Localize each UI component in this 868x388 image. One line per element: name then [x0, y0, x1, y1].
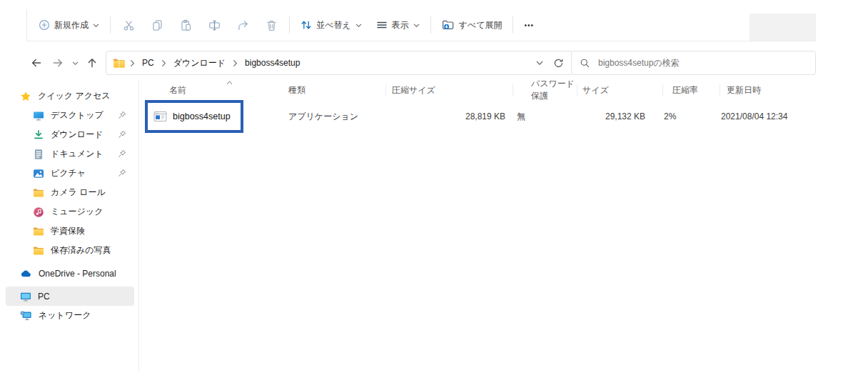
command-bar: 新規作成	[26, 9, 816, 41]
chevron-down-icon	[93, 23, 99, 28]
view-lines-icon	[376, 19, 388, 31]
column-header-row: 名前 種類 圧縮サイズ パスワード保護 サイズ 圧縮率 更新日時	[140, 80, 868, 100]
paste-icon	[180, 19, 192, 31]
selection-highlight-box[interactable]: bigboss4setup	[145, 100, 243, 133]
rename-button[interactable]	[200, 13, 228, 37]
extract-all-button[interactable]: すべて展開	[435, 13, 510, 37]
sidebar-item-pc[interactable]: PC	[6, 287, 134, 306]
share-icon	[237, 19, 249, 31]
sidebar-item-desktop[interactable]: デスクトップ	[6, 106, 134, 125]
view-button-label: 表示	[392, 19, 409, 31]
column-header-ratio[interactable]: 圧縮率	[662, 80, 720, 100]
address-bar[interactable]: PC ダウンロード bigboss4setup	[106, 51, 573, 75]
sidebar-item-label: クイック アクセス	[38, 90, 111, 102]
sidebar-item-documents[interactable]: ドキュメント	[6, 144, 134, 164]
file-type: アプリケーション	[280, 100, 385, 133]
breadcrumb-item-downloads[interactable]: ダウンロード	[171, 56, 228, 71]
breadcrumb-item-pc[interactable]: PC	[139, 56, 157, 69]
toolbar-separator	[110, 16, 111, 34]
copy-button[interactable]	[143, 13, 171, 37]
navigation-pane: クイック アクセス デスクトップ ダウンロード	[0, 80, 139, 372]
cut-button[interactable]	[114, 13, 143, 37]
back-button[interactable]	[26, 52, 47, 74]
column-header-size[interactable]: サイズ	[577, 80, 662, 100]
desktop-icon	[33, 110, 44, 121]
toolbar-separator	[513, 16, 513, 34]
forward-button[interactable]	[47, 52, 69, 74]
pin-icon[interactable]	[118, 149, 126, 158]
new-button-label: 新規作成	[54, 19, 89, 31]
refresh-button[interactable]	[553, 58, 564, 69]
delete-button[interactable]	[257, 13, 286, 37]
breadcrumb-chevron-icon	[130, 59, 135, 67]
rename-icon	[208, 19, 221, 31]
scissors-icon	[123, 19, 135, 31]
breadcrumb-item-current-folder[interactable]: bigboss4setup	[242, 56, 303, 69]
file-name: bigboss4setup	[173, 111, 231, 121]
search-icon	[580, 58, 590, 69]
nav-arrows	[26, 51, 103, 75]
file-row[interactable]: bigboss4setup アプリケーション 28,819 KB 無 29,13…	[140, 100, 868, 133]
file-compression-ratio: 2%	[662, 100, 720, 133]
file-modified-date: 2021/08/04 12:34	[720, 100, 868, 133]
column-header-name[interactable]: 名前	[140, 80, 280, 100]
file-size: 29,132 KB	[577, 100, 662, 133]
sidebar-item-downloads[interactable]: ダウンロード	[6, 125, 134, 144]
more-options-button[interactable]: •••	[517, 13, 541, 37]
search-input[interactable]	[597, 57, 807, 69]
new-button[interactable]: 新規作成	[31, 13, 106, 37]
recent-locations-button[interactable]	[69, 52, 81, 74]
sidebar-item-label: カメラ ロール	[51, 186, 106, 199]
up-button[interactable]	[81, 52, 103, 74]
sort-button[interactable]: 並べ替え	[293, 13, 369, 37]
sidebar-item-saved-pictures[interactable]: 保存済みの写真	[6, 241, 134, 260]
pc-icon	[20, 291, 31, 302]
document-icon	[33, 149, 44, 160]
pin-icon[interactable]	[118, 130, 126, 139]
sidebar-item-music[interactable]: ミュージック	[6, 202, 134, 222]
star-icon	[20, 91, 31, 102]
onedrive-cloud-icon	[20, 268, 32, 279]
sidebar-item-label: ダウンロード	[51, 129, 103, 141]
folder-icon	[33, 246, 44, 256]
up-arrow-icon	[86, 57, 98, 69]
sidebar-item-quick-access[interactable]: クイック アクセス	[6, 86, 134, 106]
toolbar-end-block	[750, 14, 816, 41]
chevron-down-icon	[413, 23, 420, 28]
pin-icon[interactable]	[118, 111, 126, 119]
pin-icon[interactable]	[118, 169, 126, 177]
share-button[interactable]	[228, 13, 257, 37]
breadcrumb-chevron-icon	[161, 59, 166, 67]
sidebar-item-camera-roll[interactable]: カメラ ロール	[6, 183, 134, 202]
breadcrumb-chevron-icon	[233, 59, 238, 67]
search-box	[571, 51, 816, 75]
sidebar-item-label: OneDrive - Personal	[39, 269, 116, 279]
extract-all-label: すべて展開	[459, 19, 503, 31]
sidebar-item-network[interactable]: ネットワーク	[6, 306, 134, 325]
file-password-protection: 無	[513, 100, 577, 133]
folder-icon	[33, 188, 44, 198]
chevron-down-icon	[355, 23, 362, 28]
trash-icon	[266, 19, 278, 31]
column-header-password-protection[interactable]: パスワード保護	[513, 80, 577, 100]
sidebar-item-gakushi-hoken[interactable]: 学資保険	[6, 222, 134, 241]
column-header-compressed-size[interactable]: 圧縮サイズ	[385, 80, 513, 100]
pictures-icon	[33, 168, 44, 179]
chevron-down-icon	[72, 61, 79, 66]
sidebar-item-label: ミュージック	[51, 206, 103, 218]
view-button[interactable]: 表示	[369, 13, 427, 37]
plus-circle-icon	[39, 19, 50, 31]
paste-button[interactable]	[171, 13, 200, 37]
music-icon	[33, 207, 44, 218]
file-explorer-window: 新規作成	[0, 0, 868, 388]
sidebar-item-label: デスクトップ	[51, 109, 104, 121]
network-icon	[20, 310, 32, 322]
sidebar-item-onedrive[interactable]: OneDrive - Personal	[6, 264, 134, 283]
zipped-folder-icon	[113, 58, 126, 69]
address-dropdown-button[interactable]	[536, 60, 543, 66]
file-name-cell: bigboss4setup	[140, 100, 280, 133]
column-header-type[interactable]: 種類	[280, 80, 385, 100]
column-header-modified[interactable]: 更新日時	[720, 80, 868, 100]
sidebar-item-pictures[interactable]: ピクチャ	[6, 164, 134, 183]
sidebar-item-label: ピクチャ	[51, 167, 86, 179]
